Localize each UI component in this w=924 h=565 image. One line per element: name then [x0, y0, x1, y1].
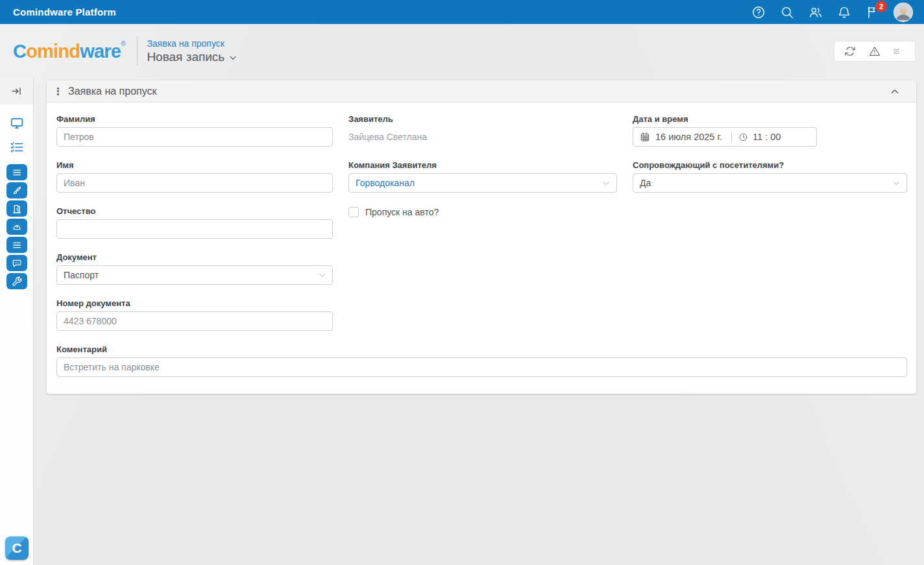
comindware-logo: Comindware® [13, 40, 125, 62]
avatar[interactable] [894, 3, 912, 21]
company-select[interactable]: Горводоканал [348, 173, 617, 193]
datetime-divider [731, 132, 732, 143]
door-icon [12, 204, 22, 214]
chevron-down-icon [318, 271, 326, 280]
field-datetime: Дата и время 16 июля 2025 г. 11 : 00 [633, 114, 907, 147]
field-lastname: Фамилия [56, 114, 333, 147]
field-escort: Сопровождающий с посетителями? Да [633, 160, 907, 193]
logo-part-1: C [13, 41, 26, 62]
content-area: ⋮ Заявка на пропуск Фамилия Имя [34, 78, 924, 565]
chevron-up-icon [889, 86, 901, 97]
sidebar-item-door[interactable] [6, 200, 27, 217]
car-pass-checkbox[interactable] [348, 207, 359, 217]
users-icon[interactable] [808, 5, 823, 19]
applicant-label: Заявитель [348, 114, 617, 124]
monitor-icon [10, 116, 24, 130]
doc-number-input[interactable] [56, 311, 333, 331]
bell-icon[interactable] [837, 5, 851, 19]
date-value: 16 июля 2025 г. [655, 132, 722, 142]
brush-icon [12, 186, 22, 196]
app-title: Comindware Platform [13, 6, 116, 18]
topbar-icons: 2 [751, 3, 912, 21]
comment-input[interactable] [56, 357, 907, 377]
clock-icon [738, 132, 748, 142]
chevron-down-icon [892, 179, 901, 187]
flag-badge: 2 [875, 1, 887, 12]
calendar-icon [640, 132, 650, 142]
logo-reg-mark: ® [121, 40, 125, 47]
middlename-input[interactable] [56, 219, 333, 239]
main-area: C ⋮ Заявка на пропуск Фамилия [0, 78, 924, 565]
form-panel-header: ⋮ Заявка на пропуск [47, 80, 916, 102]
sidebar-item-menu[interactable] [6, 164, 27, 180]
field-comment: Коментарий [56, 344, 907, 377]
breadcrumb[interactable]: Заявка на пропуск [147, 38, 238, 49]
field-applicant: Заявитель Зайцева Светлана [348, 114, 617, 147]
header-toolbar [834, 42, 915, 61]
form-panel: ⋮ Заявка на пропуск Фамилия Имя [47, 80, 916, 394]
sidebar: C [0, 78, 34, 565]
comindware-mark-letter: C [12, 540, 21, 556]
drag-handle-icon[interactable]: ⋮ [53, 86, 63, 96]
datetime-label: Дата и время [633, 114, 907, 124]
firstname-label: Имя [56, 160, 333, 170]
firstname-input[interactable] [56, 173, 333, 193]
field-doc-number: Номер документа [56, 298, 333, 331]
doc-number-label: Номер документа [56, 298, 333, 308]
field-firstname: Имя [56, 160, 333, 193]
edit-icon[interactable] [894, 45, 905, 57]
chevron-down-icon [602, 179, 611, 187]
form-column-1: Фамилия Имя Отчество Документ [56, 114, 333, 344]
lastname-label: Фамилия [56, 114, 333, 124]
panel-title: Заявка на пропуск [68, 86, 157, 97]
warning-icon[interactable] [869, 45, 881, 57]
lastname-input[interactable] [56, 127, 333, 147]
datetime-picker[interactable]: 16 июля 2025 г. 11 : 00 [633, 127, 817, 147]
chevron-down-icon [228, 53, 238, 63]
breadcrumb-block: Заявка на пропуск Новая запись [147, 38, 238, 64]
helmet-icon [12, 222, 22, 232]
time-value: 11 : 00 [753, 132, 781, 142]
panel-collapse-button[interactable] [889, 86, 901, 97]
middlename-label: Отчество [56, 206, 333, 216]
collapse-icon [10, 85, 23, 97]
field-company: Компания Заявителя Горводоканал [348, 160, 617, 193]
applicant-value: Зайцева Светлана [348, 127, 617, 147]
flag-icon[interactable]: 2 [866, 5, 880, 19]
search-icon[interactable] [780, 5, 794, 19]
sidebar-item-brush[interactable] [6, 182, 27, 198]
top-bar: Comindware Platform 2 [0, 0, 924, 24]
company-label: Компания Заявителя [348, 160, 617, 170]
sidebar-item-helmet[interactable] [6, 219, 27, 235]
checklist-icon [10, 140, 24, 154]
sidebar-item-checklist[interactable] [6, 139, 27, 156]
sidebar-item-menu-2[interactable] [6, 237, 27, 253]
record-title-dropdown[interactable]: Новая запись [147, 50, 238, 64]
refresh-icon[interactable] [844, 45, 856, 57]
sidebar-item-monitor[interactable] [6, 115, 27, 132]
document-select[interactable]: Паспорт [56, 265, 333, 285]
menu-icon [12, 240, 22, 250]
document-value: Паспорт [64, 270, 99, 280]
page-header: Comindware® Заявка на пропуск Новая запи… [0, 24, 924, 78]
wrench-icon [12, 276, 22, 287]
form-column-3: Дата и время 16 июля 2025 г. 11 : 00 Соп… [633, 114, 907, 344]
form-body: Фамилия Имя Отчество Документ [47, 102, 916, 394]
sidebar-item-wrench[interactable] [6, 273, 27, 289]
record-title: Новая запись [147, 50, 225, 64]
help-icon[interactable] [751, 5, 766, 19]
header-divider [137, 36, 138, 66]
escort-select[interactable]: Да [633, 173, 907, 193]
sidebar-item-chat[interactable] [6, 255, 27, 271]
escort-label: Сопровождающий с посетителями? [633, 160, 907, 170]
document-label: Документ [56, 252, 333, 262]
car-pass-label[interactable]: Пропуск на авто? [365, 207, 439, 217]
field-document: Документ Паспорт [56, 252, 333, 285]
field-car-pass: Пропуск на авто? [348, 207, 617, 217]
sidebar-collapse-button[interactable] [0, 78, 33, 104]
form-column-2: Заявитель Зайцева Светлана Компания Заяв… [348, 114, 617, 344]
menu-icon [12, 167, 22, 178]
comindware-mark[interactable]: C [5, 536, 29, 560]
logo-part-3: ware [80, 41, 121, 62]
chat-icon [12, 258, 22, 269]
